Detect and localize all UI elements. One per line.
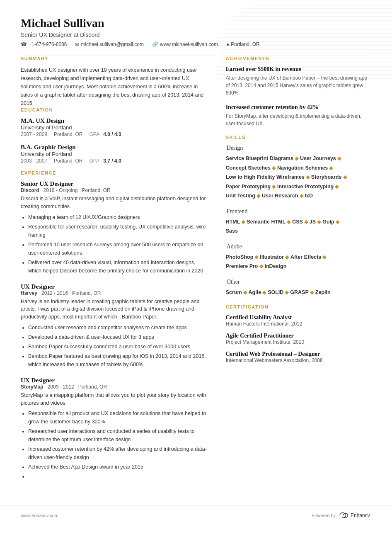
skill-category-design: Design Service Blueprint Diagrams◆User J… xyxy=(226,145,371,201)
skill: SOLID xyxy=(268,289,283,295)
summary-section: SUMMARY Established UX designer with ove… xyxy=(21,56,209,107)
exp-years-2: 2009 - 2012 xyxy=(48,384,74,390)
exp-title-0: Senior UX Designer xyxy=(21,180,209,187)
skill: Interactive Prototyping xyxy=(277,184,334,190)
cert-org-0: Human Factors International, 2012 xyxy=(226,321,371,327)
experience-section: EXPERIENCE Senior UX Designer Discord 20… xyxy=(21,170,209,481)
edu-meta-0: 2007 - 2008 Portland, OR GPA 4.0 / 4.0 xyxy=(21,131,209,137)
bullet: Managing a team of 12 UI/UX/Graphic desi… xyxy=(28,213,209,221)
cert-entry-2: Certified Web Professional – Designer In… xyxy=(226,351,371,363)
skill: Scrum xyxy=(226,289,242,295)
website-value: www.michael-sullivan.com xyxy=(160,41,218,47)
education-entry-1: B.A. Graphic Design University of Portla… xyxy=(21,144,209,164)
website-info: 🔗 www.michael-sullivan.com xyxy=(152,41,218,47)
skill: Unit Testing xyxy=(226,193,255,199)
achievement-title-1: Increased customer retention by 42% xyxy=(226,104,371,111)
degree-1: B.A. Graphic Design xyxy=(21,144,209,151)
edu-gpa-1: GPA 3.7 / 4.0 xyxy=(89,158,121,164)
exp-bullets-1: Conducted user research and competitor a… xyxy=(21,323,209,369)
achievement-desc-0: After designing the UX of Bamboo Paper –… xyxy=(226,74,371,97)
exp-company-1: Harvey xyxy=(21,290,37,296)
bullet xyxy=(28,472,209,481)
school-1: University of Portland xyxy=(21,151,209,157)
bullet: Achieved the Best App Design award in ye… xyxy=(28,463,209,471)
right-column: ACHIEVEMENTS Earned over $500K in revenu… xyxy=(226,56,371,489)
phone-icon: ☎ xyxy=(21,41,27,47)
svg-text:Enhancv: Enhancv xyxy=(351,513,370,518)
exp-location-2: Portland, OR xyxy=(78,384,107,390)
bullet: Conducted user research and competitor a… xyxy=(28,323,209,332)
cert-name-0: Certified Usability Analyst xyxy=(226,314,371,321)
skill-category-other: Other Scrum◆Agile◆SOLID◆GRASP◆Zeplin xyxy=(226,279,371,297)
skill: IxD xyxy=(305,193,313,199)
cert-org-1: Project Management Institute, 2010 xyxy=(226,339,371,345)
exp-entry-2: UX Designer StoryMap 2009 - 2012 Portlan… xyxy=(21,377,209,481)
exp-entry-1: UX Designer Harvey 2012 - 2016 Portland,… xyxy=(21,283,209,369)
powered-by-text: Powered by xyxy=(312,513,336,518)
skill: HTML xyxy=(226,219,240,225)
skills-label: SKILLS xyxy=(226,135,371,140)
edu-meta-1: 2003 - 2007 Portland, OR GPA 3.7 / 4.0 xyxy=(21,158,209,164)
bullet: Responsible for all product and UX decis… xyxy=(28,409,209,426)
footer-section: www.enhancv.com Powered by Enhancv xyxy=(0,505,392,525)
bullet: Developed a data-driven & user-focused U… xyxy=(28,333,209,341)
achievements-label: ACHIEVEMENTS xyxy=(226,56,371,61)
exp-meta-1: Harvey 2012 - 2016 Portland, OR xyxy=(21,290,209,296)
skill: PhotoShop xyxy=(226,254,254,260)
degree-0: M.A. UX Design xyxy=(21,117,209,124)
skill: GRASP xyxy=(290,289,308,295)
skill: Service Blueprint Diagrams xyxy=(226,156,293,161)
skill-tags-frontend: HTML◆Semantic HTML◆CSS◆JS◆Gulp◆ Sass xyxy=(226,217,371,236)
exp-company-2: StoryMap xyxy=(21,384,44,390)
exp-years-0: 2016 - Ongoing xyxy=(44,187,78,193)
location-value: Portland, OR xyxy=(231,41,259,47)
achievement-1: Increased customer retention by 42% For … xyxy=(226,104,371,127)
education-label: EDUCATION xyxy=(21,107,209,112)
phone-info: ☎ +1-674-976-6286 xyxy=(21,41,67,47)
edu-gpa-0: GPA 4.0 / 4.0 xyxy=(89,131,121,137)
skill: JS xyxy=(310,219,316,225)
skill-tags-other: Scrum◆Agile◆SOLID◆GRASP◆Zeplin xyxy=(226,288,371,297)
skill: Paper Prototyping xyxy=(226,184,271,190)
cert-name-2: Certified Web Professional – Designer xyxy=(226,351,371,357)
bullet: Performed 10 user research surveys among… xyxy=(28,241,209,257)
gpa-label-1: GPA xyxy=(89,158,99,164)
certifications-section: CERTIFICATION Certified Usability Analys… xyxy=(226,304,371,363)
exp-meta-2: StoryMap 2009 - 2012 Portland, OR xyxy=(21,384,209,390)
content-wrapper: Michael Sullivan Senior UX Designer at D… xyxy=(0,0,392,525)
certifications-label: CERTIFICATION xyxy=(226,304,371,309)
exp-title-2: UX Designer xyxy=(21,377,209,384)
header-section: Michael Sullivan Senior UX Designer at D… xyxy=(0,0,392,56)
skill: Premiere Pro xyxy=(226,263,258,269)
exp-location-0: Portland, OR xyxy=(82,187,110,193)
skill: Gulp xyxy=(322,219,334,225)
exp-company-0: Discord xyxy=(21,187,39,193)
gpa-label-0: GPA xyxy=(89,131,99,137)
skill: Semantic HTML xyxy=(247,219,286,225)
edu-location-1: Portland, OR xyxy=(54,158,82,164)
skill: Storyboards xyxy=(311,174,342,180)
summary-text: Established UX designer with over 10 yea… xyxy=(21,66,209,107)
bullet: Bamboo Paper successfully connected a us… xyxy=(28,343,209,351)
skill: Zeplin xyxy=(315,289,331,295)
achievement-0: Earned over $500K in revenue After desig… xyxy=(226,66,371,97)
edu-years-0: 2007 - 2008 xyxy=(21,131,47,137)
cert-name-1: Agile Certified Practitioner xyxy=(226,333,371,339)
skill: User Research xyxy=(262,193,298,199)
education-entry-0: M.A. UX Design University of Portland 20… xyxy=(21,117,209,137)
skill: Navigation Schemes xyxy=(277,165,328,171)
achievements-section: ACHIEVEMENTS Earned over $500K in revenu… xyxy=(226,56,371,127)
cert-entry-1: Agile Certified Practitioner Project Man… xyxy=(226,333,371,345)
skill: InDesign xyxy=(265,263,287,269)
gpa-val-1: 3.7 / 4.0 xyxy=(103,158,121,164)
exp-bullets-0: Managing a team of 12 UI/UX/Graphic desi… xyxy=(21,213,209,275)
skill: Low to High Fidelity Wireframes xyxy=(226,174,305,180)
bullet: Delivered over 40 data-driven visual, in… xyxy=(28,258,209,275)
exp-desc-1: Harvey is an industry leader in creating… xyxy=(21,298,209,321)
summary-label: SUMMARY xyxy=(21,56,209,61)
exp-title-1: UX Designer xyxy=(21,283,209,290)
bullet: Bamboo Paper featured as best drawing ap… xyxy=(28,352,209,369)
exp-desc-2: StoryMap is a mapping platform that allo… xyxy=(21,391,209,407)
cert-org-2: International Webmasters Association, 20… xyxy=(226,357,371,363)
skill: CSS xyxy=(292,219,303,225)
